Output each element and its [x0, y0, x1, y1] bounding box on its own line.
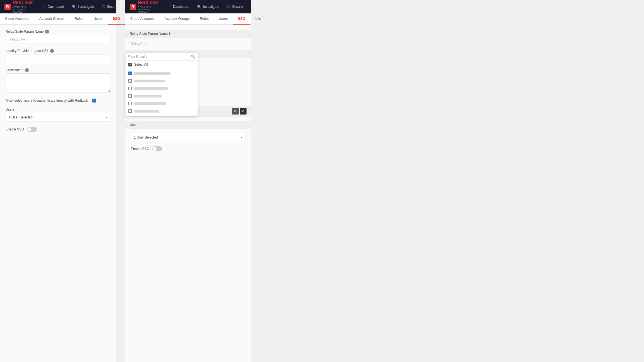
secure-icon-left: 🛡 — [102, 5, 105, 9]
popup-select-all[interactable]: Select All — [126, 61, 198, 68]
subnav-sso-right[interactable]: SSO — [233, 13, 250, 25]
certificate-required-left: * — [22, 68, 23, 72]
subnav-roles-right[interactable]: Roles — [195, 13, 214, 25]
eye-icon-button[interactable]: 👁 — [232, 108, 239, 115]
nav-dashboard-left[interactable]: ⊞ Dashboard — [39, 0, 68, 13]
popup-list-item[interactable] — [126, 70, 198, 77]
popup-list-item[interactable] — [126, 77, 198, 85]
subnav-cloud-accounts-right[interactable]: Cloud Accounts — [125, 13, 160, 25]
nav-dashboard-right[interactable]: ⊞ Dashboard — [165, 0, 193, 13]
allow-select-info-icon-left[interactable]: i — [90, 98, 91, 103]
subnav-sso-left[interactable]: SSO — [108, 13, 125, 25]
relay-state-info-icon-right[interactable]: i — [169, 32, 170, 36]
dashboard-icon-right: ⊞ — [169, 5, 172, 9]
content-area-left: Relay State Param Name i Identity Provid… — [0, 25, 116, 362]
nav-investigate-right[interactable]: 🔍 Investigate — [193, 0, 223, 13]
nav-dashboard-label-right: Dashboard — [173, 5, 190, 9]
topbar-left: R RedLock A PALO ALTO NETWORKS COMPANY ⊞… — [0, 0, 116, 13]
certificate-textarea-left[interactable] — [6, 73, 110, 92]
nav-dashboard-label-left: Dashboard — [48, 5, 64, 9]
nav-secure-right[interactable]: 🛡 Secure — [223, 0, 247, 13]
users-dropdown-chevron-left: ▾ — [106, 116, 107, 119]
popup-item-label-1 — [134, 72, 171, 75]
subnav-left: Cloud Accounts Account Groups Roles User… — [0, 13, 116, 25]
popup-item-label-3 — [134, 87, 168, 90]
popup-search-icon: 🔍 — [191, 54, 195, 59]
popup-search-area: 🔍 — [126, 53, 198, 61]
users-dropdown-left[interactable]: 1 User Selected ▾ — [6, 113, 110, 122]
enable-sso-toggle-left[interactable] — [27, 127, 37, 132]
subnav-account-groups-right[interactable]: Account Groups — [160, 13, 195, 25]
logo-left: R RedLock A PALO ALTO NETWORKS COMPANY — [4, 0, 33, 14]
certificate-group-left: Certificate * i — [6, 68, 110, 93]
secure-icon-right: 🛡 — [227, 5, 231, 9]
popup-list-item[interactable] — [126, 107, 198, 115]
subnav-cloud-accounts-left[interactable]: Cloud Accounts — [0, 13, 34, 25]
allow-select-checkbox-left[interactable] — [92, 99, 96, 103]
users-group-left: Users 1 User Selected ▾ — [6, 108, 110, 122]
relay-state-value-right: RelayState — [131, 42, 245, 50]
logo-text-right: RedLock — [138, 0, 158, 6]
logo-sub-left: A PALO ALTO NETWORKS COMPANY — [12, 6, 33, 14]
relay-state-label-left: Relay State Param Name i — [6, 30, 110, 34]
popup-list-item[interactable] — [126, 92, 198, 100]
relay-state-input-left[interactable] — [6, 35, 110, 44]
topbar-nav-right: ⊞ Dashboard 🔍 Investigate 🛡 Secure — [165, 0, 247, 13]
logo-right: R RedLock A PALO ALTO NETWORKS COMPANY — [130, 0, 158, 14]
nav-secure-left[interactable]: 🛡 Secure — [98, 0, 121, 13]
subnav-inte-right[interactable]: Inte — [250, 13, 266, 25]
investigate-icon-right: 🔍 — [197, 5, 202, 9]
nav-investigate-label-left: Investigate — [78, 5, 94, 9]
users-dropdown-value-left: 1 User Selected — [9, 115, 32, 119]
subnav-right: Cloud Accounts Account Groups Roles User… — [125, 13, 251, 25]
select-all-label: Select All — [134, 63, 148, 66]
nav-investigate-left[interactable]: 🔍 Investigate — [68, 0, 98, 13]
certificate-label-left: Certificate * i — [6, 68, 110, 72]
nav-secure-label-right: Secure — [232, 5, 243, 9]
popup-item-checkbox-6[interactable] — [128, 109, 132, 113]
certificate-info-icon-left[interactable]: i — [25, 68, 29, 72]
idp-logout-group-left: Identity Provider Logout URL i — [6, 49, 110, 63]
subnav-roles-left[interactable]: Roles — [70, 13, 89, 25]
idp-logout-info-icon-left[interactable]: i — [50, 49, 54, 53]
nav-secure-label-left: Secure — [107, 5, 117, 9]
dropdown-popup-right: 🔍 Select All — [125, 53, 198, 116]
popup-item-label-4 — [134, 95, 162, 97]
popup-list-item[interactable] — [126, 100, 198, 107]
popup-item-label-2 — [134, 80, 165, 82]
topbar-right: R RedLock A PALO ALTO NETWORKS COMPANY ⊞… — [125, 0, 251, 13]
subnav-users-right[interactable]: Users — [214, 13, 233, 25]
relay-state-section-right: Relay State Param Name i — [125, 30, 251, 38]
popup-item-checkbox-3[interactable] — [128, 87, 132, 90]
popup-list-item[interactable] — [126, 85, 198, 92]
check-icon-button[interactable]: ✓ — [240, 108, 247, 115]
investigate-icon-left: 🔍 — [72, 5, 76, 9]
users-dropdown-right[interactable]: 1 User Selected ▾ — [131, 133, 245, 142]
allow-select-label-left: Allow select users to authenticate direc… — [6, 99, 88, 103]
subnav-users-left[interactable]: Users — [88, 13, 108, 25]
logo-badge: R — [4, 4, 11, 10]
users-section-right: Users — [125, 121, 251, 129]
popup-item-checkbox-1[interactable] — [128, 72, 132, 75]
subnav-account-groups-left[interactable]: Account Groups — [34, 13, 70, 25]
content-area-right: Relay State Param Name i RelayState Iden… — [125, 25, 251, 362]
enable-sso-toggle-right[interactable] — [152, 146, 162, 151]
users-label-left: Users — [6, 108, 110, 111]
idp-logout-input-left[interactable] — [6, 54, 110, 63]
popup-item-checkbox-4[interactable] — [128, 94, 132, 98]
logo-badge-right: R — [130, 4, 136, 10]
popup-filter-input[interactable] — [128, 55, 189, 59]
relay-state-group-left: Relay State Param Name i — [6, 30, 110, 44]
enable-sso-row-left: Enable SSO — [6, 127, 110, 132]
enable-sso-label-right: Enable SSO — [131, 147, 149, 151]
nav-investigate-label-right: Investigate — [203, 5, 219, 9]
select-all-checkbox[interactable] — [128, 63, 132, 66]
users-dropdown-chevron-right: ▾ — [241, 136, 242, 139]
icon-buttons-area: 👁 ✓ — [232, 108, 247, 115]
enable-sso-row-right: Enable SSO — [131, 146, 245, 151]
relay-state-info-icon-left[interactable]: i — [45, 30, 49, 34]
users-dropdown-value-right: 1 User Selected — [134, 135, 158, 139]
idp-logout-label-left: Identity Provider Logout URL i — [6, 49, 110, 53]
popup-item-checkbox-5[interactable] — [128, 102, 132, 105]
popup-item-checkbox-2[interactable] — [128, 79, 132, 83]
